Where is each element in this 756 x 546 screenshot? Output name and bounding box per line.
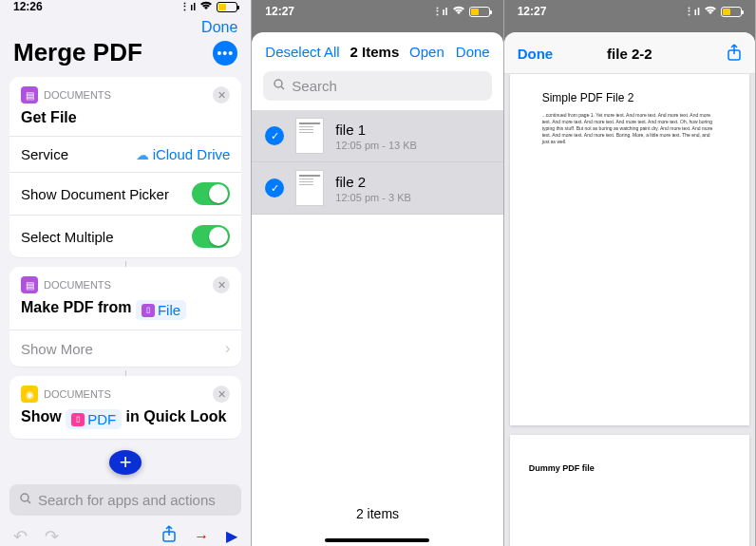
- more-button[interactable]: •••: [213, 41, 237, 66]
- row-picker: Show Document Picker: [9, 172, 241, 215]
- svg-point-3: [274, 80, 282, 87]
- file-thumbnail: [295, 170, 324, 206]
- check-icon[interactable]: ✓: [265, 179, 284, 198]
- done-button[interactable]: Done: [201, 19, 237, 36]
- add-action-button[interactable]: +: [109, 450, 142, 475]
- row-label: Select Multiple: [21, 229, 114, 245]
- check-icon[interactable]: ✓: [265, 126, 284, 145]
- signal-icon: ⋮ıl: [180, 1, 196, 13]
- row-label: Show Document Picker: [21, 186, 169, 202]
- documents-icon: ▤: [21, 276, 38, 293]
- row-label: Service: [21, 146, 68, 162]
- card-title: Get File: [9, 107, 241, 136]
- pdf-title: Simple PDF File 2: [542, 91, 736, 104]
- file-name: file 2: [335, 174, 411, 190]
- documents-icon: ◉: [21, 386, 38, 403]
- pdf-page-2: Dummy PDF file: [510, 435, 749, 546]
- action-suffix: in Quick Look: [126, 408, 227, 424]
- pdf-icon: ▯: [71, 413, 85, 426]
- search-icon: [273, 78, 286, 94]
- done-button[interactable]: Done: [518, 46, 565, 62]
- redo-icon[interactable]: ↷: [45, 526, 59, 547]
- action-prefix: Make PDF from: [21, 299, 131, 315]
- file-row[interactable]: ✓ file 2 12:05 pm - 3 KB: [252, 162, 502, 215]
- battery-icon: [217, 2, 237, 12]
- done-button[interactable]: Done: [456, 44, 490, 60]
- variable-pill-pdf[interactable]: ▯ PDF: [66, 409, 122, 429]
- row-label: Show More: [21, 341, 93, 357]
- cloud-icon: ☁: [136, 147, 149, 162]
- wifi-icon: [704, 6, 717, 17]
- items-count: 2 items: [252, 493, 502, 531]
- close-icon[interactable]: ✕: [213, 386, 230, 403]
- status-icons: ⋮ıl: [432, 6, 490, 18]
- toggle-multiple[interactable]: [192, 225, 230, 248]
- file-meta: 12:05 pm - 3 KB: [335, 192, 411, 203]
- file-meta: 12:05 pm - 13 KB: [335, 140, 417, 151]
- nav-title: 2 Items: [340, 44, 409, 60]
- variable-pill-file[interactable]: ▯ File: [136, 300, 186, 320]
- home-indicator[interactable]: [325, 538, 429, 542]
- battery-icon: [469, 7, 490, 17]
- action-prefix: Show: [21, 408, 62, 424]
- file-icon: ▯: [142, 304, 155, 317]
- ellipsis-icon: •••: [217, 47, 234, 60]
- file-thumbnail: [295, 118, 324, 154]
- signal-icon: ⋮ıl: [432, 6, 448, 18]
- search-placeholder: Search: [292, 78, 337, 94]
- status-time: 12:26: [13, 0, 43, 13]
- pdf-title: Dummy PDF file: [529, 463, 730, 473]
- share-icon[interactable]: [161, 525, 177, 546]
- pdf-page-1: Simple PDF File 2 ...continued from page…: [510, 74, 749, 425]
- row-value: iCloud Drive: [153, 146, 231, 162]
- wifi-icon: [199, 1, 213, 12]
- arrow-annotation: →: [194, 528, 209, 545]
- search-placeholder: Search for apps and actions: [38, 492, 216, 508]
- svg-point-0: [21, 494, 28, 501]
- action-card-makepdf: ▤ DOCUMENTS ✕ Make PDF from ▯ File Show …: [9, 267, 241, 367]
- close-icon[interactable]: ✕: [213, 86, 230, 104]
- file-row[interactable]: ✓ file 1 12:05 pm - 13 KB: [252, 110, 502, 162]
- search-icon: [19, 492, 32, 508]
- search-input[interactable]: Search for apps and actions: [9, 484, 241, 516]
- status-icons: ⋮ıl: [180, 1, 237, 13]
- action-card-quicklook: ◉ DOCUMENTS ✕ Show ▯ PDF in Quick Look: [9, 376, 241, 439]
- page-title: Merge PDF: [13, 38, 142, 67]
- card-badge: DOCUMENTS: [44, 279, 111, 291]
- row-multiple: Select Multiple: [9, 215, 241, 257]
- svg-line-4: [281, 86, 284, 89]
- svg-line-1: [28, 500, 30, 503]
- row-showmore[interactable]: Show More ›: [9, 329, 241, 367]
- action-card-getfile: ▤ DOCUMENTS ✕ Get File Service ☁ iCloud …: [9, 77, 241, 257]
- file-name: file 1: [335, 122, 417, 138]
- status-time: 12:27: [265, 5, 294, 18]
- play-button[interactable]: ▶: [226, 527, 237, 545]
- chevron-right-icon: ›: [225, 340, 230, 357]
- search-input[interactable]: Search: [263, 71, 491, 101]
- status-icons: ⋮ıl: [684, 6, 742, 18]
- battery-icon: [721, 7, 742, 17]
- row-service[interactable]: Service ☁ iCloud Drive: [9, 136, 241, 172]
- deselect-button[interactable]: Deselect All: [265, 44, 339, 60]
- nav-title: file 2-2: [565, 46, 694, 62]
- status-time: 12:27: [518, 5, 547, 18]
- share-button[interactable]: [694, 44, 742, 64]
- undo-icon[interactable]: ↶: [13, 526, 28, 547]
- card-badge: DOCUMENTS: [44, 89, 111, 101]
- pdf-viewport[interactable]: Simple PDF File 2 ...continued from page…: [504, 74, 755, 546]
- wifi-icon: [452, 6, 465, 17]
- signal-icon: ⋮ıl: [684, 6, 700, 18]
- documents-icon: ▤: [21, 86, 38, 104]
- card-badge: DOCUMENTS: [44, 388, 111, 400]
- pdf-body: ...continued from page 1. Yet more text.…: [542, 112, 717, 145]
- toggle-picker[interactable]: [192, 182, 230, 205]
- open-button[interactable]: Open: [409, 44, 444, 60]
- close-icon[interactable]: ✕: [213, 276, 230, 293]
